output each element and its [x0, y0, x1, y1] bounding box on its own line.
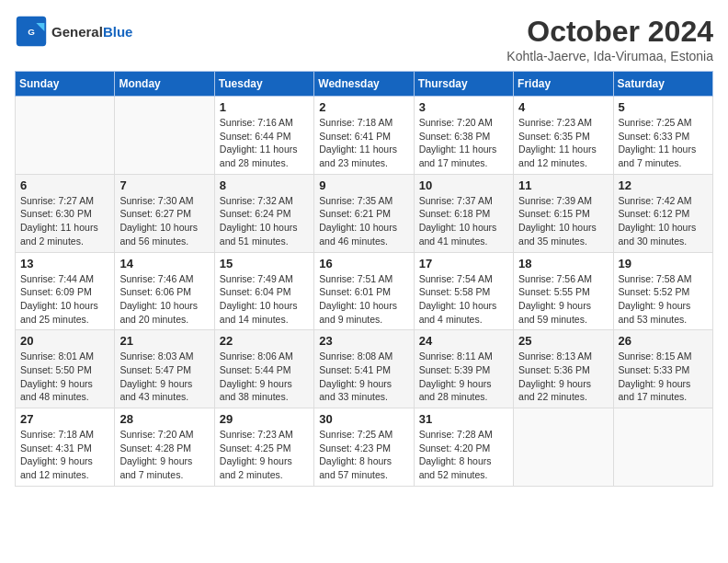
day-number: 14 [119, 257, 209, 270]
day-info: Sunrise: 7:25 AM Sunset: 6:33 PM Dayligh… [619, 116, 708, 170]
day-info: Sunrise: 7:18 AM Sunset: 6:41 PM Dayligh… [319, 116, 408, 170]
day-info: Sunrise: 7:56 AM Sunset: 5:55 PM Dayligh… [518, 272, 608, 327]
day-number: 27 [20, 412, 109, 426]
day-info: Sunrise: 7:39 AM Sunset: 6:15 PM Dayligh… [518, 194, 608, 248]
calendar-cell: 18Sunrise: 7:56 AM Sunset: 5:55 PM Dayli… [514, 252, 613, 330]
calendar-cell: 12Sunrise: 7:42 AM Sunset: 6:12 PM Dayli… [613, 174, 712, 252]
weekday-header: Thursday [414, 72, 513, 97]
calendar-cell: 1Sunrise: 7:16 AM Sunset: 6:44 PM Daylig… [214, 97, 313, 175]
day-info: Sunrise: 8:15 AM Sunset: 5:33 PM Dayligh… [619, 350, 708, 404]
calendar-cell: 20Sunrise: 8:01 AM Sunset: 5:50 PM Dayli… [16, 330, 115, 408]
day-number: 26 [619, 334, 708, 348]
day-number: 20 [20, 334, 109, 348]
calendar-cell [115, 97, 214, 175]
day-info: Sunrise: 7:35 AM Sunset: 6:21 PM Dayligh… [319, 194, 408, 248]
calendar-cell: 8Sunrise: 7:32 AM Sunset: 6:24 PM Daylig… [214, 174, 313, 252]
day-number: 28 [119, 412, 209, 426]
calendar-cell: 3Sunrise: 7:20 AM Sunset: 6:38 PM Daylig… [414, 97, 513, 175]
weekday-header: Monday [115, 72, 214, 97]
calendar-cell: 9Sunrise: 7:35 AM Sunset: 6:21 PM Daylig… [314, 174, 414, 252]
calendar-cell: 11Sunrise: 7:39 AM Sunset: 6:15 PM Dayli… [514, 174, 613, 252]
calendar-cell: 28Sunrise: 7:20 AM Sunset: 4:28 PM Dayli… [115, 408, 214, 487]
day-number: 5 [619, 100, 708, 114]
page-header: G GeneralBlue October 2024 Kohtla-Jaerve… [15, 15, 713, 63]
calendar-week-row: 20Sunrise: 8:01 AM Sunset: 5:50 PM Dayli… [16, 330, 713, 408]
calendar-cell: 29Sunrise: 7:23 AM Sunset: 4:25 PM Dayli… [214, 408, 313, 487]
day-info: Sunrise: 7:25 AM Sunset: 4:23 PM Dayligh… [319, 428, 408, 482]
day-info: Sunrise: 8:06 AM Sunset: 5:44 PM Dayligh… [220, 350, 309, 404]
calendar-cell: 6Sunrise: 7:27 AM Sunset: 6:30 PM Daylig… [16, 174, 115, 252]
day-number: 15 [220, 257, 309, 270]
title-block: October 2024 Kohtla-Jaerve, Ida-Virumaa,… [506, 15, 713, 63]
day-info: Sunrise: 7:44 AM Sunset: 6:09 PM Dayligh… [20, 272, 109, 327]
calendar-cell [514, 408, 613, 487]
calendar-week-row: 13Sunrise: 7:44 AM Sunset: 6:09 PM Dayli… [16, 252, 713, 330]
day-number: 1 [220, 100, 309, 114]
day-info: Sunrise: 7:27 AM Sunset: 6:30 PM Dayligh… [20, 194, 109, 248]
day-info: Sunrise: 8:08 AM Sunset: 5:41 PM Dayligh… [319, 350, 408, 404]
day-number: 3 [419, 100, 508, 114]
day-info: Sunrise: 8:01 AM Sunset: 5:50 PM Dayligh… [20, 350, 109, 404]
day-number: 13 [20, 257, 109, 270]
day-number: 23 [319, 334, 408, 348]
calendar-cell: 4Sunrise: 7:23 AM Sunset: 6:35 PM Daylig… [514, 97, 613, 175]
day-number: 10 [419, 178, 508, 192]
calendar-cell: 14Sunrise: 7:46 AM Sunset: 6:06 PM Dayli… [115, 252, 214, 330]
month-title: October 2024 [506, 15, 713, 49]
day-number: 17 [419, 257, 508, 270]
day-info: Sunrise: 7:51 AM Sunset: 6:01 PM Dayligh… [319, 272, 408, 327]
day-number: 11 [518, 178, 608, 192]
calendar-cell: 2Sunrise: 7:18 AM Sunset: 6:41 PM Daylig… [314, 97, 414, 175]
calendar-cell: 30Sunrise: 7:25 AM Sunset: 4:23 PM Dayli… [314, 408, 414, 487]
calendar-cell: 26Sunrise: 8:15 AM Sunset: 5:33 PM Dayli… [613, 330, 712, 408]
calendar-cell: 10Sunrise: 7:37 AM Sunset: 6:18 PM Dayli… [414, 174, 513, 252]
day-info: Sunrise: 7:18 AM Sunset: 4:31 PM Dayligh… [20, 428, 109, 482]
day-number: 30 [319, 412, 408, 426]
day-info: Sunrise: 7:49 AM Sunset: 6:04 PM Dayligh… [220, 272, 309, 327]
day-number: 16 [319, 257, 408, 270]
day-info: Sunrise: 7:20 AM Sunset: 6:38 PM Dayligh… [419, 116, 508, 170]
day-info: Sunrise: 7:37 AM Sunset: 6:18 PM Dayligh… [419, 194, 508, 248]
calendar-cell: 21Sunrise: 8:03 AM Sunset: 5:47 PM Dayli… [115, 330, 214, 408]
day-info: Sunrise: 8:11 AM Sunset: 5:39 PM Dayligh… [419, 350, 508, 404]
day-info: Sunrise: 7:58 AM Sunset: 5:52 PM Dayligh… [619, 272, 708, 327]
day-number: 21 [119, 334, 209, 348]
day-number: 12 [619, 178, 708, 192]
logo-text: GeneralBlue [51, 24, 132, 40]
location: Kohtla-Jaerve, Ida-Virumaa, Estonia [506, 49, 713, 63]
day-number: 2 [319, 100, 408, 114]
day-info: Sunrise: 7:23 AM Sunset: 6:35 PM Dayligh… [518, 116, 608, 170]
day-number: 22 [220, 334, 309, 348]
weekday-header: Wednesday [314, 72, 414, 97]
calendar-cell: 7Sunrise: 7:30 AM Sunset: 6:27 PM Daylig… [115, 174, 214, 252]
day-info: Sunrise: 7:16 AM Sunset: 6:44 PM Dayligh… [220, 116, 309, 170]
calendar-cell: 17Sunrise: 7:54 AM Sunset: 5:58 PM Dayli… [414, 252, 513, 330]
day-info: Sunrise: 7:23 AM Sunset: 4:25 PM Dayligh… [220, 428, 309, 482]
weekday-header: Sunday [16, 72, 115, 97]
calendar-cell: 31Sunrise: 7:28 AM Sunset: 4:20 PM Dayli… [414, 408, 513, 487]
day-info: Sunrise: 8:03 AM Sunset: 5:47 PM Dayligh… [119, 350, 209, 404]
svg-text:G: G [28, 27, 35, 37]
calendar-week-row: 27Sunrise: 7:18 AM Sunset: 4:31 PM Dayli… [16, 408, 713, 487]
day-info: Sunrise: 7:28 AM Sunset: 4:20 PM Dayligh… [419, 428, 508, 482]
calendar-cell: 25Sunrise: 8:13 AM Sunset: 5:36 PM Dayli… [514, 330, 613, 408]
calendar-cell: 16Sunrise: 7:51 AM Sunset: 6:01 PM Dayli… [314, 252, 414, 330]
day-number: 24 [419, 334, 508, 348]
day-info: Sunrise: 7:42 AM Sunset: 6:12 PM Dayligh… [619, 194, 708, 248]
logo-icon: G [15, 15, 48, 48]
day-number: 7 [119, 178, 209, 192]
day-info: Sunrise: 7:54 AM Sunset: 5:58 PM Dayligh… [419, 272, 508, 327]
day-number: 29 [220, 412, 309, 426]
calendar-table: SundayMondayTuesdayWednesdayThursdayFrid… [15, 71, 713, 487]
day-info: Sunrise: 8:13 AM Sunset: 5:36 PM Dayligh… [518, 350, 608, 404]
calendar-cell: 23Sunrise: 8:08 AM Sunset: 5:41 PM Dayli… [314, 330, 414, 408]
calendar-cell: 15Sunrise: 7:49 AM Sunset: 6:04 PM Dayli… [214, 252, 313, 330]
day-number: 8 [220, 178, 309, 192]
day-number: 19 [619, 257, 708, 270]
day-info: Sunrise: 7:46 AM Sunset: 6:06 PM Dayligh… [119, 272, 209, 327]
calendar-week-row: 1Sunrise: 7:16 AM Sunset: 6:44 PM Daylig… [16, 97, 713, 175]
calendar-cell: 24Sunrise: 8:11 AM Sunset: 5:39 PM Dayli… [414, 330, 513, 408]
day-number: 25 [518, 334, 608, 348]
day-number: 6 [20, 178, 109, 192]
weekday-header-row: SundayMondayTuesdayWednesdayThursdayFrid… [16, 72, 713, 97]
